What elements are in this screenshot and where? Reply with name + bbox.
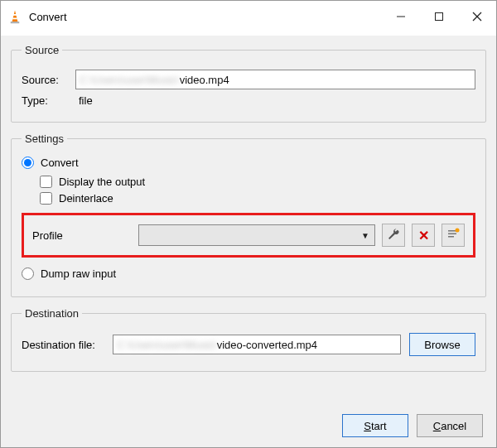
svg-rect-10 [448,236,454,238]
svg-rect-8 [448,230,456,232]
deinterlace-checkbox[interactable] [40,192,52,205]
chevron-down-icon: ▼ [361,231,369,240]
display-output-checkbox[interactable] [40,176,52,188]
close-button[interactable] [458,4,496,29]
window-title: Convert [29,11,382,23]
svg-rect-3 [11,22,20,23]
maximize-button[interactable] [420,4,458,29]
destination-legend: Destination [22,307,82,320]
start-button[interactable]: Start [342,414,408,437]
delete-icon: ✕ [418,228,429,243]
display-output-label: Display the output [59,176,145,188]
delete-profile-button[interactable]: ✕ [412,224,435,247]
vlc-cone-icon [7,9,22,24]
svg-point-11 [456,228,460,232]
titlebar: Convert [1,1,496,36]
wrench-icon [387,228,400,243]
cancel-button[interactable]: Cancel [417,414,483,437]
browse-button[interactable]: Browse [409,333,475,356]
profile-label: Profile [32,229,132,242]
source-group: Source Source: C:\Users\user\Music\ vide… [11,44,486,123]
deinterlace-row: Deinterlace [40,192,475,205]
minimize-button[interactable] [382,4,420,29]
edit-profile-button[interactable] [382,224,405,247]
svg-rect-9 [448,233,456,234]
convert-radio[interactable] [22,157,34,169]
dump-label: Dump raw input [41,267,116,280]
client-area: Source Source: C:\Users\user\Music\ vide… [1,36,496,447]
svg-rect-2 [12,18,17,20]
display-output-row: Display the output [40,176,475,188]
type-value: file [75,94,93,107]
dump-radio-row: Dump raw input [22,267,475,280]
destination-label: Destination file: [22,339,113,351]
type-label: Type: [22,94,75,107]
convert-radio-row: Convert [22,157,475,169]
source-label: Source: [22,74,75,86]
svg-rect-5 [436,13,443,21]
source-legend: Source [22,44,62,56]
bottom-buttons: Start Cancel [11,414,486,437]
profile-combo[interactable]: ▼ [138,224,375,246]
convert-dialog: Convert Source Source: C:\Users\user\Mus… [0,0,497,448]
source-input[interactable]: C:\Users\user\Music\ video.mp4 [75,70,475,89]
list-new-icon [446,228,460,243]
svg-rect-1 [13,14,17,16]
profile-highlight: Profile ▼ ✕ [22,213,475,258]
destination-input[interactable]: C:\Users\user\Music\ video-converted.mp4 [113,335,401,354]
settings-group: Settings Convert Display the output Dein… [11,132,486,297]
settings-legend: Settings [22,132,67,145]
dump-radio[interactable] [22,267,34,280]
svg-marker-0 [12,11,18,23]
new-profile-button[interactable] [442,224,465,247]
convert-label: Convert [41,157,79,169]
deinterlace-label: Deinterlace [59,192,113,205]
destination-group: Destination Destination file: C:\Users\u… [11,307,486,372]
